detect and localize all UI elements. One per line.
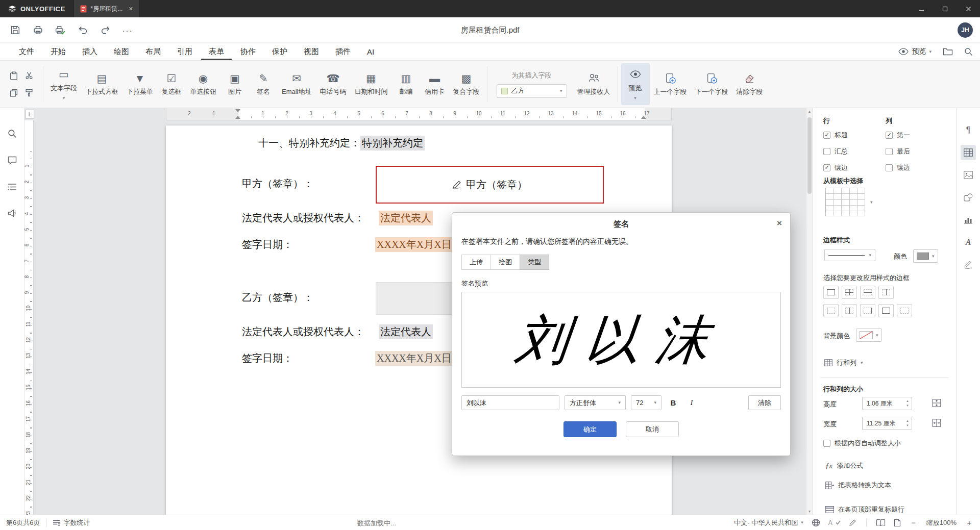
navigation-headings-icon[interactable] bbox=[5, 180, 19, 194]
menu-tab-ai[interactable]: AI bbox=[359, 43, 382, 60]
cut-button[interactable] bbox=[22, 69, 36, 82]
save-button[interactable] bbox=[9, 24, 21, 36]
vertical-scrollbar[interactable]: ▲ ▼ bbox=[806, 108, 813, 515]
chart-settings-icon[interactable] bbox=[961, 212, 976, 228]
cancel-button[interactable]: 取消 bbox=[626, 421, 679, 437]
format-painter-button[interactable] bbox=[22, 86, 36, 99]
horizontal-ruler[interactable]: 211234567891011121314151617 bbox=[166, 108, 672, 120]
signature-button[interactable]: ✎签名 bbox=[249, 63, 278, 105]
search-icon[interactable] bbox=[964, 47, 973, 56]
menu-tab-plugins[interactable]: 插件 bbox=[328, 43, 358, 60]
menu-tab-draw[interactable]: 绘图 bbox=[106, 43, 137, 60]
phone-number-button[interactable]: ☎电话号码 bbox=[316, 63, 351, 105]
manage-recipients-button[interactable]: 管理接收人 bbox=[573, 63, 615, 105]
handwriting-input-icon[interactable] bbox=[849, 519, 857, 527]
border-center-vertical-button[interactable] bbox=[842, 304, 857, 317]
scrollbar-thumb[interactable] bbox=[807, 117, 812, 194]
border-left-button[interactable] bbox=[823, 304, 839, 317]
vertical-ruler[interactable]: 1234567891011121314151617181920212223 bbox=[24, 120, 34, 515]
clause-form-field[interactable]: 特别补充约定 bbox=[360, 136, 425, 150]
email-address-button[interactable]: ✉Email地址 bbox=[278, 63, 316, 105]
complex-field-button[interactable]: ▩复合字段 bbox=[449, 63, 484, 105]
autofit-checkbox[interactable]: 根据内容自动调整大小 bbox=[823, 439, 901, 447]
rep-form-field[interactable]: 法定代表人 bbox=[379, 211, 433, 225]
border-inner-horizontal-button[interactable] bbox=[860, 286, 875, 299]
banded-rows-checkbox[interactable]: ✓镶边 bbox=[823, 163, 848, 172]
background-color-select[interactable]: ▾ bbox=[856, 329, 882, 342]
total-row-checkbox[interactable]: 汇总 bbox=[823, 147, 848, 156]
clear-fields-button[interactable]: 清除字段 bbox=[732, 63, 767, 105]
border-inner-vertical-button[interactable] bbox=[878, 286, 894, 299]
bold-button[interactable]: B bbox=[667, 396, 680, 410]
minimize-button[interactable] bbox=[910, 0, 933, 17]
more-actions-button[interactable]: ··· bbox=[121, 24, 134, 36]
maximize-button[interactable] bbox=[933, 0, 957, 17]
signature-font-select[interactable]: 方正舒体 ▾ bbox=[565, 395, 626, 410]
redo-button[interactable] bbox=[99, 24, 111, 36]
dialog-tab-upload[interactable]: 上传 bbox=[461, 255, 491, 270]
paste-button[interactable] bbox=[7, 69, 20, 82]
zoom-level[interactable]: 缩放100% bbox=[926, 518, 957, 527]
quick-print-button[interactable] bbox=[54, 24, 66, 36]
checkbox-button[interactable]: ☑复选框 bbox=[157, 63, 186, 105]
zoom-in-button[interactable]: + bbox=[965, 518, 974, 527]
book-view-icon[interactable] bbox=[876, 519, 886, 526]
stepper-arrows-icon[interactable]: ▲▼ bbox=[906, 399, 909, 407]
menu-tab-references[interactable]: 引用 bbox=[169, 43, 200, 60]
dialog-header[interactable]: 签名 × bbox=[452, 213, 790, 235]
document-language-icon[interactable] bbox=[812, 518, 820, 527]
signature-name-input[interactable] bbox=[461, 395, 559, 410]
print-button[interactable] bbox=[32, 24, 44, 36]
zoom-out-button[interactable]: − bbox=[909, 518, 918, 527]
rows-columns-button[interactable]: 行和列 ▾ bbox=[824, 358, 863, 367]
tab-stop-selector[interactable]: L bbox=[26, 110, 34, 119]
credit-card-button[interactable]: ▬信用卡 bbox=[421, 63, 449, 105]
menu-tab-view[interactable]: 视图 bbox=[296, 43, 327, 60]
border-all-button[interactable] bbox=[823, 286, 839, 299]
border-none-button[interactable] bbox=[897, 304, 912, 317]
repeat-header-row-button[interactable]: 在各页顶部重复标题行 bbox=[825, 505, 904, 514]
last-column-checkbox[interactable]: 最后 bbox=[886, 147, 910, 156]
table-settings-icon[interactable] bbox=[961, 145, 976, 160]
party-a-signature-field[interactable]: 甲方（签章） bbox=[376, 166, 604, 204]
word-count-button[interactable]: 字数统计 bbox=[53, 518, 90, 527]
menu-tab-protection[interactable]: 保护 bbox=[264, 43, 295, 60]
header-row-checkbox[interactable]: ✓标题 bbox=[823, 131, 848, 139]
next-field-button[interactable]: 下一个字段 bbox=[691, 63, 732, 105]
left-indent-marker[interactable] bbox=[235, 116, 240, 119]
height-stepper[interactable]: 1.06 厘米 ▲▼ bbox=[862, 397, 912, 410]
document-tab[interactable]: *房屋租赁... × bbox=[74, 0, 140, 17]
rep-form-field[interactable]: 法定代表人 bbox=[379, 324, 433, 339]
date-form-field[interactable]: XXXX年X月X日 bbox=[375, 237, 453, 252]
text-field-button[interactable]: ▭文本字段▾ bbox=[46, 63, 81, 105]
paragraph-settings-icon[interactable]: ¶ bbox=[961, 122, 976, 138]
user-avatar[interactable]: JH bbox=[958, 22, 973, 38]
shape-settings-icon[interactable] bbox=[961, 190, 976, 205]
radio-button-button[interactable]: ◉单选按钮 bbox=[186, 63, 220, 105]
dialog-tab-type[interactable]: 类型 bbox=[520, 255, 549, 270]
signature-size-select[interactable]: 72 ▾ bbox=[631, 395, 662, 410]
date-time-button[interactable]: ▦日期和时间 bbox=[351, 63, 392, 105]
copy-button[interactable] bbox=[7, 86, 20, 99]
add-formula-button[interactable]: ƒx 添加公式 bbox=[825, 461, 863, 470]
border-inner-button[interactable] bbox=[842, 286, 857, 299]
dialog-tab-draw[interactable]: 绘图 bbox=[491, 255, 520, 270]
distribute-rows-icon[interactable] bbox=[932, 398, 942, 408]
page-indicator[interactable]: 第6页共6页 bbox=[6, 518, 40, 527]
language-selector[interactable]: 中文- 中华人民共和国 ▾ bbox=[734, 518, 803, 527]
zip-code-button[interactable]: ▥邮编 bbox=[392, 63, 421, 105]
scroll-up-icon[interactable]: ▲ bbox=[806, 110, 813, 113]
first-column-checkbox[interactable]: ✓第一 bbox=[886, 131, 910, 139]
close-button[interactable] bbox=[957, 0, 980, 17]
textart-settings-icon[interactable]: A bbox=[961, 235, 976, 250]
menu-tab-home[interactable]: 开始 bbox=[43, 43, 74, 60]
italic-button[interactable]: I bbox=[685, 396, 698, 410]
border-line-style-select[interactable]: ▾ bbox=[824, 249, 875, 261]
menu-tab-collaboration[interactable]: 协作 bbox=[233, 43, 263, 60]
menu-tab-layout[interactable]: 布局 bbox=[138, 43, 168, 60]
menu-tab-file[interactable]: 文件 bbox=[11, 43, 42, 60]
open-file-location-button[interactable] bbox=[943, 47, 953, 56]
previous-field-button[interactable]: 上一个字段 bbox=[650, 63, 691, 105]
convert-table-button[interactable]: 把表格转换为文本 bbox=[825, 481, 891, 490]
border-outer-button[interactable] bbox=[878, 304, 894, 317]
